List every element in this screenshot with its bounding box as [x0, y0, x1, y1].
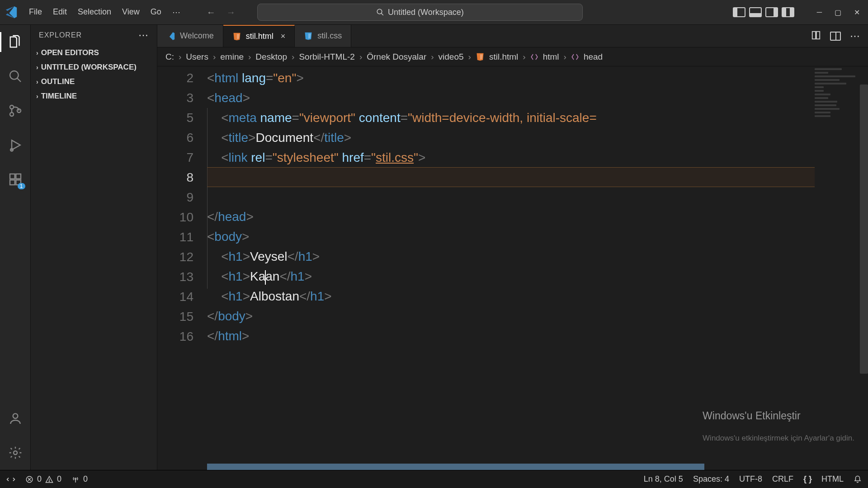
svg-rect-15: [812, 31, 816, 39]
tab-actions: ⋯: [803, 25, 868, 47]
menu-view[interactable]: View: [118, 5, 144, 20]
code-content[interactable]: <html lang="en"><head> <meta name="viewp…: [207, 68, 868, 346]
menu-file[interactable]: File: [24, 5, 47, 20]
command-center[interactable]: Untitled (Workspace): [257, 4, 583, 21]
activity-run-debug-icon[interactable]: [7, 137, 24, 153]
tab-bar: Welcomestil.html×stil.css ⋯: [157, 25, 868, 47]
editor-zone: Welcomestil.html×stil.css ⋯ C:›Users›emi…: [157, 25, 868, 470]
ports-count: 0: [83, 474, 88, 484]
search-icon: [376, 8, 384, 16]
crumb-symbol[interactable]: head: [584, 52, 603, 62]
svg-marker-7: [12, 140, 20, 150]
extensions-badge: 1: [18, 183, 25, 189]
crumb-segment[interactable]: Desktop: [255, 52, 287, 62]
tab-stil-html[interactable]: stil.html×: [223, 25, 295, 47]
css-file-icon: [304, 32, 313, 41]
status-eol[interactable]: CRLF: [772, 474, 793, 484]
nav-back-icon[interactable]: ←: [203, 5, 219, 19]
toggle-primary-sidebar-icon[interactable]: [733, 7, 745, 17]
crumb-segment[interactable]: Örnek Dosyalar: [367, 52, 426, 62]
status-indentation[interactable]: Spaces: 4: [693, 474, 729, 484]
status-notifications-icon[interactable]: [854, 475, 862, 483]
status-cursor-position[interactable]: Ln 8, Col 5: [644, 474, 683, 484]
activity-settings-icon[interactable]: [7, 445, 24, 461]
chevron-right-icon: ›: [36, 93, 38, 100]
svg-line-1: [381, 13, 383, 15]
split-editor-icon[interactable]: [830, 32, 841, 41]
section-timeline[interactable]: ›TIMELINE: [31, 89, 157, 103]
chevron-right-icon: ›: [359, 52, 362, 62]
crumb-symbol[interactable]: html: [543, 52, 559, 62]
remote-indicator[interactable]: [6, 475, 15, 484]
status-bar: 0 0 0 Ln 8, Col 5 Spaces: 4 UTF-8 CRLF {…: [0, 470, 868, 488]
tab-label: stil.html: [246, 32, 274, 41]
menu-selection[interactable]: Selection: [73, 5, 116, 20]
watermark-subtitle: Windows'u etkinleştirmek için Ayarlar'a …: [703, 428, 854, 448]
activity-bar: 1: [0, 25, 31, 470]
menu-more-icon[interactable]: ⋯: [168, 5, 185, 20]
svg-point-4: [10, 105, 14, 109]
svg-rect-12: [16, 174, 21, 179]
horizontal-scrollbar[interactable]: [207, 464, 704, 470]
menu-go[interactable]: Go: [146, 5, 166, 20]
chevron-right-icon: ›: [523, 52, 525, 62]
tab-welcome[interactable]: Welcome: [157, 25, 223, 47]
warning-icon: [45, 475, 53, 483]
html-file-icon: [232, 32, 241, 41]
chevron-right-icon: ›: [213, 52, 216, 62]
activity-source-control-icon[interactable]: [7, 103, 24, 119]
activity-explorer-icon[interactable]: [7, 34, 24, 50]
chevron-right-icon: ›: [292, 52, 294, 62]
crumb-file[interactable]: stil.html: [489, 52, 518, 62]
chevron-right-icon: ›: [564, 52, 566, 62]
explorer-sidebar: EXPLORER ⋯ ›OPEN EDITORS ›UNTITLED (WORK…: [31, 25, 157, 470]
section-label: UNTITLED (WORKSPACE): [41, 63, 137, 72]
compare-icon[interactable]: [811, 30, 821, 42]
crumb-segment[interactable]: Users: [186, 52, 208, 62]
crumb-segment[interactable]: Sorbil-HTML-2: [299, 52, 355, 62]
maximize-icon[interactable]: ▢: [835, 8, 841, 17]
explorer-more-icon[interactable]: ⋯: [138, 29, 149, 41]
tab-close-icon[interactable]: ×: [281, 32, 286, 41]
explorer-header: EXPLORER ⋯: [31, 25, 157, 46]
vertical-scrollbar[interactable]: [860, 84, 868, 374]
minimize-icon[interactable]: ─: [817, 8, 822, 17]
customize-layout-icon[interactable]: [782, 7, 794, 17]
section-workspace[interactable]: ›UNTITLED (WORKSPACE): [31, 60, 157, 75]
tab-label: Welcome: [180, 31, 214, 41]
line-gutter: 235678910111213141516: [157, 66, 203, 347]
section-outline[interactable]: ›OUTLINE: [31, 75, 157, 89]
window-controls: ─ ▢ ✕: [817, 8, 860, 17]
activity-search-icon[interactable]: [7, 68, 24, 84]
watermark-title: Windows'u Etkinleştir: [703, 406, 854, 426]
tab-more-icon[interactable]: ⋯: [850, 30, 860, 42]
menu-edit[interactable]: Edit: [48, 5, 71, 20]
status-language[interactable]: { } HTML: [803, 474, 844, 484]
toggle-panel-icon[interactable]: [749, 7, 762, 17]
toggle-secondary-sidebar-icon[interactable]: [765, 7, 778, 17]
nav-forward-icon[interactable]: →: [223, 5, 239, 19]
crumb-segment[interactable]: emine: [220, 52, 244, 62]
activity-accounts-icon[interactable]: [7, 410, 24, 427]
crumb-segment[interactable]: video5: [439, 52, 464, 62]
svg-point-2: [10, 71, 19, 80]
svg-line-3: [17, 78, 21, 82]
tab-label: stil.css: [317, 31, 342, 41]
status-ports[interactable]: 0: [71, 474, 88, 484]
chevron-right-icon: ›: [179, 52, 181, 62]
status-problems[interactable]: 0 0: [25, 474, 61, 484]
remote-icon: [6, 475, 15, 484]
breadcrumbs[interactable]: C:›Users›emine›Desktop›Sorbil-HTML-2›Örn…: [157, 47, 868, 66]
tab-stil-css[interactable]: stil.css: [295, 25, 351, 47]
svg-rect-16: [816, 31, 820, 39]
status-encoding[interactable]: UTF-8: [739, 474, 762, 484]
section-open-editors[interactable]: ›OPEN EDITORS: [31, 46, 157, 60]
activity-extensions-icon[interactable]: 1: [7, 171, 24, 188]
svg-point-21: [49, 481, 50, 482]
crumb-segment[interactable]: C:: [165, 52, 174, 62]
close-icon[interactable]: ✕: [854, 8, 860, 17]
layout-controls: [733, 7, 794, 17]
code-editor[interactable]: 235678910111213141516 <html lang="en"><h…: [157, 66, 868, 470]
error-icon: [25, 475, 33, 483]
nav-arrows: ← →: [203, 5, 239, 19]
